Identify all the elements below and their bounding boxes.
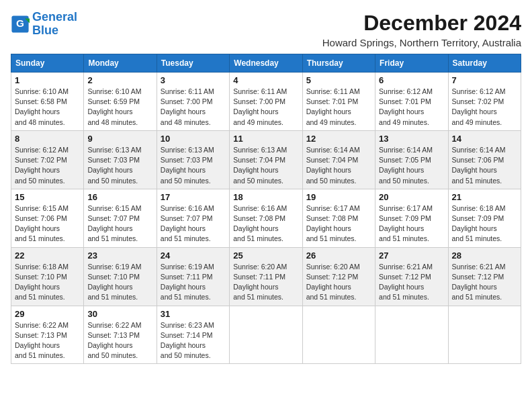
day-number: 18	[233, 192, 298, 202]
page-subtitle: Howard Springs, Northern Territory, Aust…	[322, 37, 521, 48]
day-number: 25	[233, 250, 298, 261]
calendar-week-row: 15 Sunrise: 6:15 AM Sunset: 7:06 PM Dayl…	[11, 189, 521, 247]
day-number: 11	[233, 134, 298, 144]
day-info: Sunrise: 6:22 AM Sunset: 7:13 PM Dayligh…	[15, 320, 80, 361]
day-info: Sunrise: 6:21 AM Sunset: 7:12 PM Dayligh…	[379, 262, 444, 303]
day-info: Sunrise: 6:12 AM Sunset: 7:02 PM Dayligh…	[452, 87, 517, 128]
table-row: 14 Sunrise: 6:14 AM Sunset: 7:06 PM Dayl…	[448, 130, 521, 189]
day-info: Sunrise: 6:17 AM Sunset: 7:09 PM Dayligh…	[379, 203, 444, 244]
day-number: 21	[452, 192, 517, 202]
day-info: Sunrise: 6:11 AM Sunset: 7:00 PM Dayligh…	[161, 87, 226, 128]
page-header: G General Blue December 2024 Howard Spri…	[11, 11, 521, 48]
table-row	[448, 306, 521, 364]
table-row: 31 Sunrise: 6:23 AM Sunset: 7:14 PM Dayl…	[157, 306, 229, 364]
header-thursday: Thursday	[302, 54, 375, 73]
table-row: 30 Sunrise: 6:22 AM Sunset: 7:13 PM Dayl…	[84, 306, 157, 364]
table-row: 13 Sunrise: 6:14 AM Sunset: 7:05 PM Dayl…	[375, 130, 448, 189]
table-row: 29 Sunrise: 6:22 AM Sunset: 7:13 PM Dayl…	[11, 306, 84, 364]
header-tuesday: Tuesday	[157, 54, 229, 73]
calendar-week-row: 29 Sunrise: 6:22 AM Sunset: 7:13 PM Dayl…	[11, 306, 521, 364]
day-number: 19	[306, 192, 371, 202]
header-sunday: Sunday	[11, 54, 84, 73]
logo-line1: General	[32, 10, 77, 24]
day-number: 7	[452, 75, 517, 85]
day-info: Sunrise: 6:17 AM Sunset: 7:08 PM Dayligh…	[306, 203, 371, 244]
table-row	[230, 306, 302, 364]
day-number: 23	[87, 250, 152, 261]
day-info: Sunrise: 6:20 AM Sunset: 7:11 PM Dayligh…	[233, 262, 298, 303]
day-number: 13	[379, 134, 444, 144]
table-row: 28 Sunrise: 6:21 AM Sunset: 7:12 PM Dayl…	[448, 247, 521, 306]
table-row: 10 Sunrise: 6:13 AM Sunset: 7:03 PM Dayl…	[157, 130, 229, 189]
day-number: 1	[15, 75, 80, 85]
page-title: December 2024	[322, 11, 521, 36]
day-number: 12	[306, 134, 371, 144]
day-number: 9	[87, 134, 152, 144]
logo-line2: Blue	[32, 24, 58, 37]
day-info: Sunrise: 6:20 AM Sunset: 7:12 PM Dayligh…	[306, 262, 371, 303]
table-row: 9 Sunrise: 6:13 AM Sunset: 7:03 PM Dayli…	[84, 130, 157, 189]
table-row: 18 Sunrise: 6:16 AM Sunset: 7:08 PM Dayl…	[230, 189, 302, 247]
day-number: 30	[87, 309, 152, 319]
day-number: 24	[161, 250, 226, 261]
day-info: Sunrise: 6:23 AM Sunset: 7:14 PM Dayligh…	[161, 320, 226, 361]
table-row: 23 Sunrise: 6:19 AM Sunset: 7:10 PM Dayl…	[84, 247, 157, 306]
table-row: 27 Sunrise: 6:21 AM Sunset: 7:12 PM Dayl…	[375, 247, 448, 306]
table-row: 6 Sunrise: 6:12 AM Sunset: 7:01 PM Dayli…	[375, 73, 448, 131]
table-row: 8 Sunrise: 6:12 AM Sunset: 7:02 PM Dayli…	[11, 130, 84, 189]
table-row	[302, 306, 375, 364]
day-number: 3	[161, 75, 226, 85]
logo: G General Blue	[11, 11, 77, 38]
table-row: 20 Sunrise: 6:17 AM Sunset: 7:09 PM Dayl…	[375, 189, 448, 247]
table-row: 1 Sunrise: 6:10 AM Sunset: 6:58 PM Dayli…	[11, 73, 84, 131]
day-number: 8	[15, 134, 80, 144]
header-saturday: Saturday	[448, 54, 521, 73]
day-number: 10	[161, 134, 226, 144]
day-number: 16	[87, 192, 152, 202]
header-wednesday: Wednesday	[230, 54, 302, 73]
day-info: Sunrise: 6:10 AM Sunset: 6:59 PM Dayligh…	[87, 87, 152, 128]
day-info: Sunrise: 6:22 AM Sunset: 7:13 PM Dayligh…	[87, 320, 152, 361]
calendar-week-row: 8 Sunrise: 6:12 AM Sunset: 7:02 PM Dayli…	[11, 130, 521, 189]
table-row: 25 Sunrise: 6:20 AM Sunset: 7:11 PM Dayl…	[230, 247, 302, 306]
calendar-header-row: Sunday Monday Tuesday Wednesday Thursday…	[11, 54, 521, 73]
day-number: 4	[233, 75, 298, 85]
day-info: Sunrise: 6:14 AM Sunset: 7:04 PM Dayligh…	[306, 145, 371, 186]
table-row: 15 Sunrise: 6:15 AM Sunset: 7:06 PM Dayl…	[11, 189, 84, 247]
title-block: December 2024 Howard Springs, Northern T…	[322, 11, 521, 48]
day-info: Sunrise: 6:14 AM Sunset: 7:05 PM Dayligh…	[379, 145, 444, 186]
day-number: 27	[379, 250, 444, 261]
table-row: 26 Sunrise: 6:20 AM Sunset: 7:12 PM Dayl…	[302, 247, 375, 306]
svg-text:G: G	[16, 17, 24, 29]
calendar-table: Sunday Monday Tuesday Wednesday Thursday…	[11, 54, 521, 364]
day-info: Sunrise: 6:21 AM Sunset: 7:12 PM Dayligh…	[452, 262, 517, 303]
calendar-week-row: 1 Sunrise: 6:10 AM Sunset: 6:58 PM Dayli…	[11, 73, 521, 131]
table-row: 17 Sunrise: 6:16 AM Sunset: 7:07 PM Dayl…	[157, 189, 229, 247]
day-info: Sunrise: 6:18 AM Sunset: 7:10 PM Dayligh…	[15, 262, 80, 303]
header-monday: Monday	[84, 54, 157, 73]
table-row: 22 Sunrise: 6:18 AM Sunset: 7:10 PM Dayl…	[11, 247, 84, 306]
day-info: Sunrise: 6:16 AM Sunset: 7:07 PM Dayligh…	[161, 203, 226, 244]
logo-icon: G	[11, 15, 30, 34]
day-number: 29	[15, 309, 80, 319]
day-info: Sunrise: 6:19 AM Sunset: 7:10 PM Dayligh…	[87, 262, 152, 303]
day-number: 6	[379, 75, 444, 85]
day-info: Sunrise: 6:13 AM Sunset: 7:03 PM Dayligh…	[87, 145, 152, 186]
day-number: 22	[15, 250, 80, 261]
day-info: Sunrise: 6:18 AM Sunset: 7:09 PM Dayligh…	[452, 203, 517, 244]
day-info: Sunrise: 6:15 AM Sunset: 7:06 PM Dayligh…	[15, 203, 80, 244]
day-number: 15	[15, 192, 80, 202]
table-row: 2 Sunrise: 6:10 AM Sunset: 6:59 PM Dayli…	[84, 73, 157, 131]
day-info: Sunrise: 6:12 AM Sunset: 7:01 PM Dayligh…	[379, 87, 444, 128]
day-number: 28	[452, 250, 517, 261]
table-row	[375, 306, 448, 364]
day-number: 17	[161, 192, 226, 202]
day-number: 5	[306, 75, 371, 85]
day-info: Sunrise: 6:16 AM Sunset: 7:08 PM Dayligh…	[233, 203, 298, 244]
table-row: 24 Sunrise: 6:19 AM Sunset: 7:11 PM Dayl…	[157, 247, 229, 306]
table-row: 7 Sunrise: 6:12 AM Sunset: 7:02 PM Dayli…	[448, 73, 521, 131]
header-friday: Friday	[375, 54, 448, 73]
day-info: Sunrise: 6:11 AM Sunset: 7:00 PM Dayligh…	[233, 87, 298, 128]
day-info: Sunrise: 6:10 AM Sunset: 6:58 PM Dayligh…	[15, 87, 80, 128]
table-row: 3 Sunrise: 6:11 AM Sunset: 7:00 PM Dayli…	[157, 73, 229, 131]
